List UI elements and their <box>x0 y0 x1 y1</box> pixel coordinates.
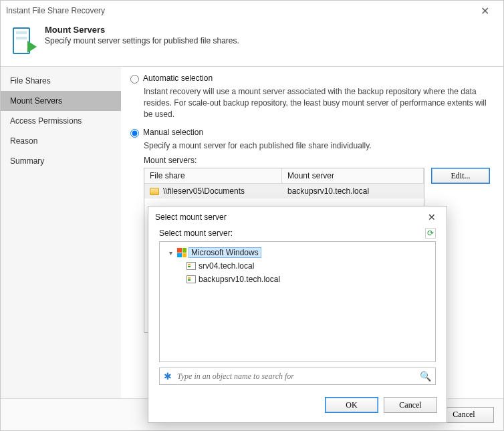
tree-item-server-1[interactable]: backupsrv10.tech.local <box>164 273 431 286</box>
col-mount-server[interactable]: Mount server <box>282 168 424 184</box>
refresh-icon[interactable]: ⟳ <box>425 228 436 239</box>
server-icon <box>186 262 196 270</box>
table-row[interactable]: \\fileserv05\Documents backupsrv10.tech.… <box>144 184 424 198</box>
titlebar: Instant File Share Recovery ✕ <box>1 1 503 21</box>
mount-servers-icon <box>9 26 38 58</box>
tree-item-label: srv04.tech.local <box>199 261 254 271</box>
dialog-ok-button[interactable]: OK <box>325 397 378 413</box>
page-subtitle: Specify mount server settings for publis… <box>45 36 239 45</box>
search-input[interactable] <box>176 371 416 382</box>
col-file-share[interactable]: File share <box>144 168 282 184</box>
main-window: Instant File Share Recovery ✕ Mount Serv… <box>0 0 504 431</box>
sidebar-item-mount-servers[interactable]: Mount Servers <box>1 91 121 111</box>
close-icon[interactable]: ✕ <box>471 5 498 17</box>
sidebar-item-file-shares[interactable]: File Shares <box>1 71 121 91</box>
folder-icon <box>150 188 159 195</box>
dialog-close-icon[interactable]: ✕ <box>424 212 440 223</box>
search-icon[interactable]: 🔍 <box>420 371 431 382</box>
select-mount-server-dialog: Select mount server ✕ Select mount serve… <box>148 206 447 423</box>
dialog-label: Select mount server: <box>159 229 233 238</box>
radio-automatic[interactable]: Automatic selection <box>130 74 490 84</box>
manual-description: Specify a mount server for each publishe… <box>144 140 490 152</box>
tree-root[interactable]: ▾ Microsoft Windows <box>164 246 431 259</box>
tree-root-label: Microsoft Windows <box>189 248 261 257</box>
tree-item-label: backupsrv10.tech.local <box>199 275 280 284</box>
radio-manual[interactable]: Manual selection <box>130 128 490 138</box>
radio-manual-input[interactable] <box>130 129 139 138</box>
cell-mount-server: backupsrv10.tech.local <box>287 186 369 196</box>
radio-manual-label: Manual selection <box>143 128 203 137</box>
star-icon[interactable]: ✱ <box>164 371 172 382</box>
search-row: ✱ 🔍 <box>159 368 436 385</box>
tree-item-server-0[interactable]: srv04.tech.local <box>164 259 431 273</box>
dialog-title: Select mount server <box>155 212 227 222</box>
chevron-down-icon[interactable]: ▾ <box>166 249 174 257</box>
sidebar-item-reason[interactable]: Reason <box>1 131 121 151</box>
window-title: Instant File Share Recovery <box>6 6 105 15</box>
wizard-header: Mount Servers Specify mount server setti… <box>1 21 503 66</box>
page-title: Mount Servers <box>45 25 239 35</box>
radio-automatic-input[interactable] <box>130 75 139 84</box>
wizard-sidebar: File Shares Mount Servers Access Permiss… <box>1 67 121 398</box>
radio-automatic-label: Automatic selection <box>143 74 213 83</box>
automatic-description: Instant recovery will use a mount server… <box>144 86 490 120</box>
dialog-cancel-button[interactable]: Cancel <box>384 397 437 413</box>
cell-file-share: \\fileserv05\Documents <box>163 186 245 196</box>
sidebar-item-access-permissions[interactable]: Access Permissions <box>1 111 121 131</box>
mount-servers-list-label: Mount servers: <box>144 156 490 165</box>
sidebar-item-summary[interactable]: Summary <box>1 151 121 171</box>
server-icon <box>186 275 196 283</box>
windows-icon <box>177 248 186 257</box>
server-tree[interactable]: ▾ Microsoft Windows srv04.tech.local bac… <box>159 241 436 362</box>
edit-button[interactable]: Edit... <box>431 168 490 184</box>
